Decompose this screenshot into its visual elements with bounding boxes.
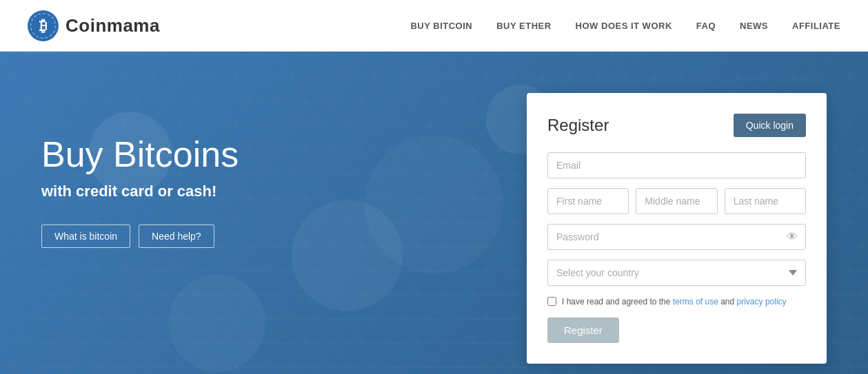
- country-select[interactable]: Select your country: [547, 260, 806, 286]
- agreement-row: I have read and agreed to the terms of u…: [547, 295, 806, 308]
- middlename-input[interactable]: [636, 188, 717, 214]
- nav-how-it-works[interactable]: HOW DOES IT WORK: [576, 21, 672, 31]
- register-card: Register Quick login 👁 Select your count…: [527, 93, 827, 364]
- hero-subtitle: with credit card or cash!: [41, 183, 239, 200]
- main-nav: BUY BITCOIN BUY ETHER HOW DOES IT WORK F…: [410, 21, 840, 31]
- card-header: Register Quick login: [547, 114, 806, 137]
- quick-login-button[interactable]: Quick login: [734, 114, 806, 137]
- logo-text: Coinmama: [65, 15, 160, 37]
- email-input[interactable]: [547, 152, 806, 178]
- password-input[interactable]: [547, 224, 806, 250]
- hero-left: Buy Bitcoins with credit card or cash! W…: [41, 93, 239, 248]
- hero-section: Buy Bitcoins with credit card or cash! W…: [0, 52, 868, 374]
- email-group: [547, 152, 806, 178]
- name-group: [547, 188, 806, 214]
- header: ₿ Coinmama BUY BITCOIN BUY ETHER HOW DOE…: [0, 0, 868, 52]
- terms-of-use-link[interactable]: terms of use: [673, 297, 718, 307]
- privacy-policy-link[interactable]: privacy policy: [737, 297, 787, 307]
- logo-icon: ₿: [28, 10, 59, 41]
- nav-buy-bitcoin[interactable]: BUY BITCOIN: [410, 21, 472, 31]
- agreement-text: I have read and agreed to the terms of u…: [562, 295, 787, 308]
- nav-buy-ether[interactable]: BUY ETHER: [496, 21, 551, 31]
- register-button[interactable]: Register: [547, 318, 619, 343]
- what-is-bitcoin-button[interactable]: What is bitcoin: [41, 225, 130, 248]
- logo-area: ₿ Coinmama: [28, 10, 160, 41]
- need-help-button[interactable]: Need help?: [139, 225, 214, 248]
- hero-content: Buy Bitcoins with credit card or cash! W…: [0, 52, 868, 374]
- lastname-input[interactable]: [725, 188, 806, 214]
- agreement-checkbox[interactable]: [547, 297, 556, 306]
- svg-text:₿: ₿: [39, 17, 47, 34]
- nav-affiliate[interactable]: AFFILIATE: [792, 21, 840, 31]
- hero-buttons: What is bitcoin Need help?: [41, 225, 239, 248]
- toggle-password-icon[interactable]: 👁: [787, 231, 798, 243]
- register-title: Register: [547, 116, 609, 135]
- hero-title: Buy Bitcoins: [41, 134, 239, 176]
- firstname-input[interactable]: [547, 188, 629, 214]
- country-group: Select your country: [547, 260, 806, 286]
- password-group: 👁: [547, 224, 806, 250]
- nav-faq[interactable]: FAQ: [696, 21, 716, 31]
- nav-news[interactable]: NEWS: [740, 21, 768, 31]
